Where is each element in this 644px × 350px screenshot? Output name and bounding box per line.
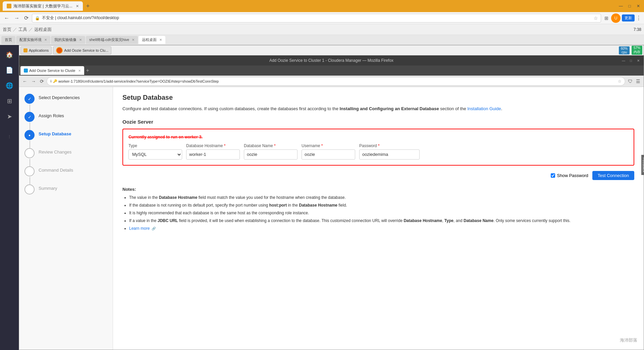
- tab-shell-close[interactable]: ✕: [132, 38, 135, 42]
- fx-refresh-button[interactable]: ⟳: [39, 78, 45, 85]
- feedback-tab[interactable]: Feedback: [642, 155, 644, 175]
- outer-title-bar: 海沛部落实验室 | 大数据学习云... ✕ + — □ ✕: [0, 0, 644, 12]
- extensions-button[interactable]: ⊞: [603, 15, 610, 21]
- oozie-taskbar-item[interactable]: Add Oozie Service to Clu...: [53, 46, 111, 54]
- fx-minimize[interactable]: —: [621, 58, 626, 63]
- tab-config-label: 配置实验环境: [19, 37, 42, 42]
- dbname-label: Database Name *: [244, 143, 298, 148]
- fx-tab-close[interactable]: ✕: [78, 69, 81, 73]
- notes-title: Notes:: [122, 187, 634, 192]
- step-label-setup-db[interactable]: Setup Database: [39, 130, 71, 136]
- fx-maximize[interactable]: □: [628, 58, 634, 63]
- breadcrumb-home[interactable]: 首页: [3, 27, 11, 33]
- outer-address-bar[interactable]: 🔒 不安全 | cloud.hainiubl.com/?#/tool/deskt…: [32, 14, 601, 23]
- wizard-step-assign-roles: ✓ Assign Roles: [24, 112, 107, 122]
- fx-forward-button[interactable]: →: [30, 78, 37, 85]
- step-label-assign-roles[interactable]: Assign Roles: [39, 112, 64, 118]
- step-label-review[interactable]: Review Changes: [39, 148, 71, 155]
- tab-shell[interactable]: shell终端-cdh安装完hive ✕: [86, 36, 138, 44]
- sidebar-item-grid[interactable]: ⊞: [2, 94, 16, 108]
- dbname-input[interactable]: [244, 149, 298, 160]
- outer-content: 🏠 📄 🌐 ⊞ ➤ ⋮ Applications Add Oozie Servi…: [0, 45, 644, 350]
- wizard-step-review: Review Changes: [24, 148, 107, 158]
- password-input[interactable]: [359, 149, 420, 160]
- oozie-taskbar-label: Add Oozie Service to Clu...: [64, 48, 108, 52]
- tab-images-label: 我的实验镜像: [54, 37, 76, 42]
- sidebar-item-arrow[interactable]: ➤: [2, 110, 16, 124]
- type-field: Type MySQL PostgreSQL Oracle: [128, 143, 182, 160]
- installation-guide-link[interactable]: Installation Guide: [467, 106, 501, 111]
- breadcrumb-sep1: ／: [13, 27, 17, 33]
- desc-bold: Installing and Configuring an External D…: [340, 106, 439, 111]
- cm-main-content: Setup Database Configure and test databa…: [113, 87, 644, 350]
- assigned-host: worker-3: [184, 135, 201, 139]
- address-text: 不安全 | cloud.hainiubl.com/?#/tool/desktop: [42, 15, 592, 21]
- tab-remote[interactable]: 远程桌面 ✕: [139, 36, 165, 44]
- close-button[interactable]: ✕: [635, 3, 641, 9]
- outer-breadcrumb-bar: 首页 ／ 工具 ／ 远程桌面 7:38: [0, 24, 644, 35]
- test-connection-button[interactable]: Test Connection: [592, 171, 634, 180]
- password-label: Password *: [359, 143, 420, 148]
- forward-button[interactable]: →: [13, 14, 21, 22]
- hostname-label: Database Hostname *: [186, 143, 240, 148]
- new-tab-button[interactable]: +: [84, 2, 92, 10]
- username-field: Username *: [302, 143, 355, 160]
- step-label-command[interactable]: Command Details: [39, 166, 73, 173]
- breadcrumb-tools[interactable]: 工具: [18, 27, 27, 33]
- type-select[interactable]: MySQL PostgreSQL Oracle: [128, 149, 182, 160]
- username-input[interactable]: [302, 149, 355, 160]
- menu-icon[interactable]: ⋮: [636, 15, 641, 21]
- sidebar-item-docs[interactable]: 📄: [2, 63, 16, 77]
- type-label: Type: [128, 143, 182, 148]
- minimize-button[interactable]: —: [618, 3, 624, 9]
- watermark: 海沛部落: [620, 337, 637, 343]
- breadcrumb-remote[interactable]: 远程桌面: [34, 27, 52, 33]
- back-button[interactable]: ←: [3, 14, 11, 22]
- sidebar-item-globe[interactable]: 🌐: [2, 79, 16, 93]
- step-label-select-deps[interactable]: Select Dependencies: [39, 94, 80, 100]
- step-circle-assign-roles: ✓: [24, 112, 35, 122]
- tab-config-close[interactable]: ✕: [44, 38, 47, 42]
- tab-config[interactable]: 配置实验环境 ✕: [16, 36, 50, 44]
- step-label-summary[interactable]: Summary: [39, 184, 57, 191]
- show-password-checkbox[interactable]: [551, 173, 555, 178]
- mem-indicator: 57%内存: [632, 46, 642, 55]
- note-2: If the database is not running on its de…: [129, 202, 634, 209]
- outer-tab-favicon: [7, 4, 11, 8]
- fx-bookmark-icon[interactable]: ☆: [618, 79, 622, 84]
- outer-tab-close[interactable]: ✕: [76, 4, 79, 8]
- outer-tab-title: 海沛部落实验室 | 大数据学习云...: [13, 3, 72, 9]
- show-password-text: Show Password: [557, 173, 588, 178]
- outer-browser-tab[interactable]: 海沛部落实验室 | 大数据学习云... ✕: [3, 1, 83, 11]
- fx-new-tab-button[interactable]: +: [85, 68, 91, 74]
- notes-section: Notes: The value in the Database Hostnam…: [122, 187, 634, 232]
- tab-remote-close[interactable]: ✕: [159, 38, 162, 42]
- hostname-input[interactable]: [186, 149, 240, 160]
- fx-tab-oozie[interactable]: Add Oozie Service to Cluste ✕: [20, 66, 84, 75]
- outer-nav-bar: ← → ⟳ 🔒 不安全 | cloud.hainiubl.com/?#/tool…: [0, 12, 644, 24]
- profile-avatar[interactable]: U: [611, 13, 621, 23]
- page-title: Setup Database: [122, 94, 634, 101]
- sidebar-item-home[interactable]: 🏠: [2, 48, 16, 62]
- learn-more-link[interactable]: Learn more: [129, 226, 150, 231]
- fx-address-bar[interactable]: ℹ 🔑 worker-1:7180/cmf/clusters/1/add-ser…: [47, 77, 625, 86]
- cm-sidebar: ✓ Select Dependencies ✓ Assign Roles ● S…: [19, 87, 113, 350]
- fx-shield-button[interactable]: 🛡: [627, 78, 634, 85]
- show-password-label[interactable]: Show Password: [551, 173, 588, 178]
- fx-back-button[interactable]: ←: [21, 78, 29, 85]
- applications-taskbar-item[interactable]: Applications: [20, 46, 52, 54]
- tab-home[interactable]: 首页: [1, 36, 15, 44]
- fx-close[interactable]: ✕: [636, 58, 641, 63]
- breadcrumb-sep2: ／: [29, 27, 33, 33]
- tab-images[interactable]: 我的实验镜像 ✕: [51, 36, 85, 44]
- sidebar-item-dots[interactable]: ⋮: [2, 129, 16, 143]
- tab-images-close[interactable]: ✕: [79, 38, 82, 42]
- refresh-button[interactable]: ⟳: [23, 14, 30, 22]
- update-button[interactable]: 更新: [622, 14, 635, 21]
- nav-extras: ⊞ U 更新 ⋮: [603, 13, 641, 23]
- assigned-suffix: .: [201, 135, 202, 139]
- note-4: If a value in the JDBC URL field is prov…: [129, 218, 634, 224]
- fx-menu-button[interactable]: ☰: [635, 78, 642, 85]
- maximize-button[interactable]: □: [627, 3, 633, 9]
- bookmark-icon[interactable]: ☆: [594, 15, 598, 21]
